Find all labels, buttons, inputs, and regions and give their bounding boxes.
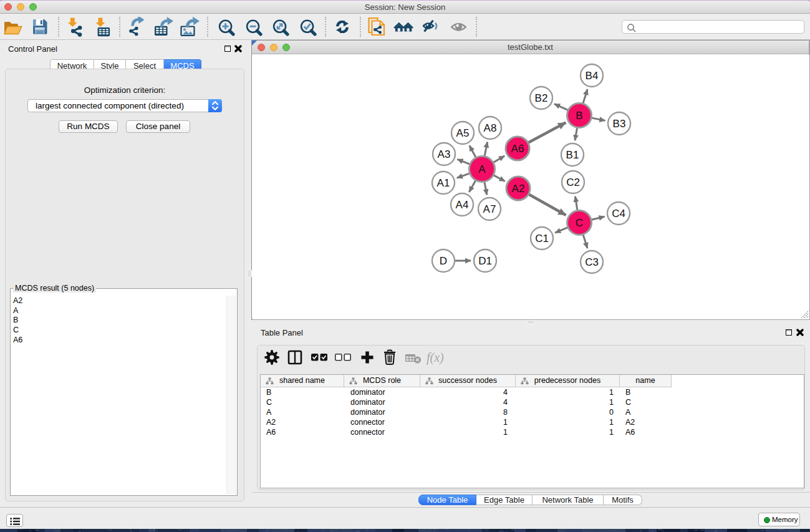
svg-text:A7: A7: [483, 203, 496, 215]
svg-text:A6: A6: [511, 143, 524, 155]
svg-text:D: D: [440, 255, 447, 267]
svg-text:A4: A4: [456, 199, 469, 211]
svg-text:D1: D1: [478, 255, 492, 267]
svg-text:B1: B1: [566, 149, 579, 161]
svg-text:C2: C2: [566, 177, 580, 188]
svg-text:C4: C4: [612, 208, 625, 220]
svg-text:A3: A3: [438, 148, 451, 160]
svg-text:B2: B2: [535, 92, 548, 104]
svg-text:A5: A5: [456, 127, 470, 139]
svg-text:C: C: [576, 217, 583, 229]
svg-text:C1: C1: [535, 233, 549, 244]
svg-text:A: A: [478, 163, 486, 175]
svg-text:f(x): f(x): [427, 351, 444, 365]
svg-text:A8: A8: [484, 122, 497, 134]
svg-text:B3: B3: [613, 118, 626, 130]
svg-text:B4: B4: [586, 70, 599, 82]
svg-text:C3: C3: [585, 256, 599, 268]
svg-text:B: B: [576, 110, 582, 122]
svg-text:A2: A2: [512, 183, 525, 195]
svg-text:A1: A1: [437, 177, 450, 189]
